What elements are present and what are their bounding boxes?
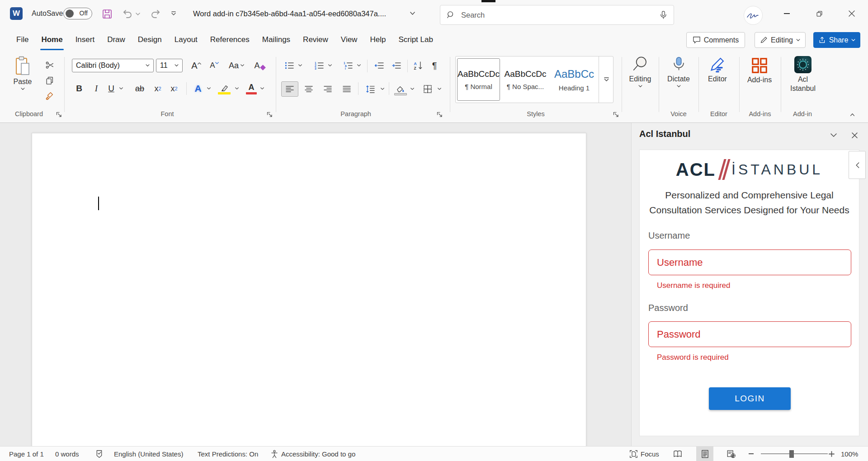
- sort-button[interactable]: AZ: [410, 59, 427, 72]
- multilevel-list-button[interactable]: 1ai: [341, 59, 355, 72]
- zoom-slider-handle[interactable]: [789, 450, 794, 458]
- paste-button[interactable]: Paste: [9, 56, 36, 90]
- add-ins-button[interactable]: Add-ins: [742, 56, 777, 84]
- bullets-chevron[interactable]: [297, 59, 304, 72]
- show-paragraph-marks-button[interactable]: ¶: [428, 59, 441, 72]
- increase-indent-button[interactable]: [389, 59, 404, 72]
- tab-script-lab[interactable]: Script Lab: [392, 27, 439, 52]
- editing-mode-button[interactable]: Editing: [755, 32, 806, 48]
- search-box[interactable]: Search: [440, 5, 674, 25]
- style-normal[interactable]: AaBbCcDc ¶ Normal: [457, 58, 500, 101]
- styles-gallery-more-button[interactable]: [599, 56, 613, 103]
- shrink-font-button[interactable]: A: [206, 59, 222, 72]
- editor-button[interactable]: Editor: [702, 56, 733, 83]
- page-indicator[interactable]: Page 1 of 1: [9, 447, 44, 461]
- font-dialog-launcher[interactable]: [267, 112, 273, 118]
- save-button[interactable]: [101, 8, 113, 20]
- close-window-button[interactable]: [841, 0, 862, 27]
- tab-draw[interactable]: Draw: [101, 27, 132, 52]
- strikethrough-button[interactable]: ab: [131, 81, 148, 96]
- account-avatar[interactable]: [744, 6, 763, 25]
- style-heading-1[interactable]: AaBbCc Heading 1: [550, 58, 598, 101]
- clipboard-dialog-launcher[interactable]: [56, 112, 62, 118]
- tab-file[interactable]: File: [10, 27, 35, 52]
- acl-istanbul-ribbon-button[interactable]: Acl Istanbul: [785, 56, 821, 93]
- highlight-color-button[interactable]: [216, 81, 232, 96]
- print-layout-button[interactable]: [696, 447, 713, 461]
- tab-home[interactable]: Home: [35, 27, 69, 52]
- redo-button[interactable]: [149, 8, 162, 20]
- undo-dropdown-chevron[interactable]: [135, 11, 141, 17]
- zoom-level-button[interactable]: 100%: [841, 447, 858, 461]
- title-dropdown-chevron[interactable]: [408, 10, 416, 17]
- copy-button[interactable]: [43, 74, 56, 87]
- read-mode-button[interactable]: [669, 447, 686, 461]
- cut-button[interactable]: [43, 59, 56, 71]
- font-size-combobox[interactable]: 11: [156, 59, 183, 72]
- font-family-combobox[interactable]: Calibri (Body): [72, 59, 154, 72]
- justify-button[interactable]: [338, 81, 355, 97]
- borders-chevron[interactable]: [436, 81, 443, 97]
- bold-button[interactable]: B: [71, 81, 87, 96]
- italic-button[interactable]: I: [89, 81, 104, 96]
- comments-button[interactable]: Comments: [686, 32, 745, 48]
- align-left-button[interactable]: [281, 81, 298, 97]
- customize-quick-access-button[interactable]: [168, 0, 179, 27]
- multilevel-chevron[interactable]: [355, 59, 363, 72]
- underline-options-chevron[interactable]: [118, 81, 125, 96]
- restore-button[interactable]: [809, 0, 830, 27]
- tab-design[interactable]: Design: [132, 27, 168, 52]
- task-pane-collapse-tab[interactable]: [849, 151, 866, 179]
- tab-layout[interactable]: Layout: [168, 27, 204, 52]
- font-color-button[interactable]: A: [244, 81, 259, 96]
- document-title[interactable]: Word add-in c7b345eb-a6bd-4aa1-a054-eed6…: [193, 0, 386, 27]
- undo-button[interactable]: [121, 8, 134, 20]
- proofing-status-button[interactable]: [95, 447, 104, 461]
- decrease-indent-button[interactable]: [372, 59, 387, 72]
- paragraph-dialog-launcher[interactable]: [437, 112, 443, 118]
- underline-button[interactable]: U: [105, 81, 118, 96]
- word-app-icon[interactable]: [10, 7, 23, 20]
- password-input[interactable]: [648, 321, 851, 347]
- grow-font-button[interactable]: A: [188, 59, 204, 72]
- shading-chevron[interactable]: [409, 81, 416, 97]
- collapse-ribbon-button[interactable]: [845, 108, 859, 120]
- bullets-button[interactable]: [282, 59, 297, 72]
- highlight-color-chevron[interactable]: [233, 81, 241, 96]
- line-spacing-chevron[interactable]: [379, 81, 386, 97]
- accessibility-status-button[interactable]: Accessibility: Good to go: [270, 447, 355, 461]
- web-layout-button[interactable]: [722, 447, 740, 461]
- autosave-toggle[interactable]: Off: [63, 8, 92, 19]
- format-painter-button[interactable]: [43, 89, 56, 102]
- numbering-button[interactable]: 123: [312, 59, 326, 72]
- text-predictions-button[interactable]: Text Predictions: On: [198, 447, 258, 461]
- dictation-mic-icon[interactable]: [659, 10, 667, 19]
- zoom-out-button[interactable]: [746, 447, 756, 461]
- align-center-button[interactable]: [300, 81, 317, 97]
- change-case-button[interactable]: Aa: [226, 59, 247, 72]
- font-color-chevron[interactable]: [259, 81, 266, 96]
- minimize-button[interactable]: [776, 0, 797, 27]
- clear-formatting-button[interactable]: A: [251, 59, 268, 72]
- language-button[interactable]: English (United States): [114, 447, 183, 461]
- tab-help[interactable]: Help: [363, 27, 392, 52]
- task-pane-close-button[interactable]: [849, 130, 859, 140]
- dictate-button[interactable]: Dictate: [663, 56, 694, 88]
- task-pane-options-button[interactable]: [829, 130, 839, 140]
- shading-button[interactable]: [392, 81, 409, 97]
- username-input[interactable]: [648, 249, 851, 275]
- numbering-chevron[interactable]: [326, 59, 334, 72]
- editing-group-button[interactable]: Editing: [625, 56, 656, 88]
- share-button[interactable]: Share: [813, 32, 860, 48]
- tab-review[interactable]: Review: [297, 27, 335, 52]
- subscript-button[interactable]: x2: [150, 81, 165, 96]
- borders-button[interactable]: [420, 81, 436, 97]
- focus-mode-button[interactable]: Focus: [629, 447, 659, 461]
- style-no-spacing[interactable]: AaBbCcDc ¶ No Spac...: [501, 58, 549, 101]
- login-button[interactable]: LOGIN: [709, 387, 791, 410]
- word-count[interactable]: 0 words: [55, 447, 79, 461]
- tab-insert[interactable]: Insert: [69, 27, 101, 52]
- tab-references[interactable]: References: [204, 27, 256, 52]
- zoom-slider-track[interactable]: [761, 453, 828, 454]
- zoom-in-button[interactable]: [826, 447, 836, 461]
